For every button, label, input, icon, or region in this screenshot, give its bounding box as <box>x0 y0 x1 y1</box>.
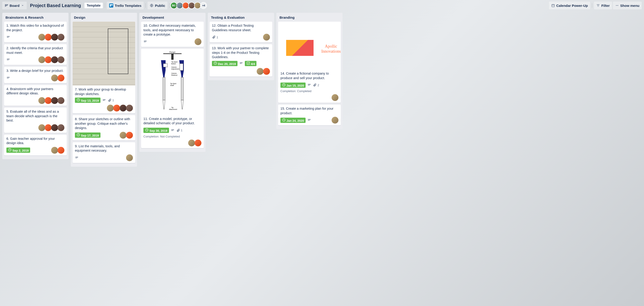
view-switcher[interactable]: Board <box>2 1 27 9</box>
description-icon <box>308 118 311 122</box>
member-avatar[interactable] <box>263 34 270 41</box>
due-date-badge[interactable]: Dec 20, 2019 <box>212 61 238 66</box>
due-date-badge[interactable]: Sep 2, 2019 <box>6 148 30 153</box>
card[interactable]: ApollicInnovations14. Create a fictional… <box>278 22 341 103</box>
member-avatar[interactable] <box>58 147 64 154</box>
description-badge <box>6 76 10 80</box>
member-avatar[interactable] <box>107 105 114 112</box>
member-avatar[interactable] <box>332 117 338 124</box>
member-avatar[interactable] <box>126 132 133 139</box>
due-date-badge[interactable]: Sep 30, 2019 <box>144 128 169 133</box>
member-avatar[interactable] <box>58 97 64 104</box>
member-avatar[interactable] <box>126 154 133 161</box>
list-title[interactable]: Branding <box>278 14 341 22</box>
card[interactable]: 5. Evaluate all of the ideas and as a te… <box>4 108 67 133</box>
description-badge <box>308 118 311 122</box>
member-avatar[interactable] <box>58 75 64 81</box>
member-avatar[interactable] <box>194 140 202 147</box>
member-avatar[interactable] <box>120 132 126 139</box>
due-date-badge[interactable]: Jan 15, 2020 <box>280 83 306 88</box>
list-title[interactable]: Brainstorm & Research <box>4 14 67 22</box>
visibility-label: Public <box>155 4 165 7</box>
list-title[interactable]: Development <box>141 14 204 22</box>
attachment-badge: 2 <box>313 83 319 87</box>
card[interactable]: 6. Gain teacher approval for your design… <box>4 135 67 155</box>
card-cover-image <box>72 22 135 86</box>
workspace-label: Trello Templates <box>115 4 141 7</box>
card[interactable]: 7. Work with your group to develop desig… <box>72 22 135 113</box>
card[interactable]: 12. Obtain a Product Testing Guidelines … <box>210 22 272 42</box>
member-avatar[interactable] <box>38 34 45 41</box>
divider <box>105 3 105 8</box>
description-icon <box>239 62 243 65</box>
member-avatar[interactable] <box>51 97 58 104</box>
member-avatar[interactable] <box>38 97 45 104</box>
svg-rect-2 <box>7 4 8 5</box>
member-avatar[interactable] <box>51 147 58 154</box>
card[interactable]: 8. Share your sketches or outline with a… <box>72 115 135 141</box>
due-date-badge[interactable]: Jan 24, 2020 <box>280 118 306 123</box>
card[interactable]: 1. Watch this video for a background of … <box>4 22 67 42</box>
more-icon <box>615 4 619 7</box>
member-avatar[interactable] <box>58 124 64 131</box>
member-avatar[interactable] <box>51 75 58 81</box>
member-avatar[interactable] <box>38 56 45 63</box>
member-avatar[interactable] <box>263 68 270 75</box>
completion-status: Completion: Not Completed <box>144 135 202 138</box>
member-avatar[interactable] <box>332 94 338 101</box>
card-members <box>126 154 133 161</box>
member-avatar[interactable] <box>126 105 133 112</box>
list-title[interactable]: Testing & Evaluation <box>210 14 272 22</box>
member-avatar[interactable] <box>45 34 52 41</box>
card[interactable]: 10. Collect the necessary materials, too… <box>141 22 204 47</box>
member-avatar[interactable] <box>45 124 52 131</box>
card-members <box>120 132 133 139</box>
list: Testing & Evaluation12. Obtain a Product… <box>208 13 274 80</box>
member-avatar[interactable] <box>257 68 264 75</box>
show-menu-button[interactable]: Show menu <box>613 1 642 9</box>
filter-icon <box>596 4 600 7</box>
svg-text:Volume: Volume <box>171 66 176 68</box>
card-title: 15. Create a marketing plan for your pro… <box>280 107 338 115</box>
member-avatar[interactable] <box>113 105 120 112</box>
card[interactable]: PlungerTip EjectButtonVolumeAdjustmentVo… <box>141 49 204 148</box>
board-title[interactable]: Project Based Learning <box>28 3 83 8</box>
member-avatar[interactable] <box>194 38 202 45</box>
paperclip-icon <box>108 99 112 102</box>
member-avatar[interactable] <box>120 105 126 112</box>
member-avatar[interactable] <box>51 34 58 41</box>
visibility-button[interactable]: Public <box>148 1 168 9</box>
calendar-powerup-button[interactable]: Calendar Power-Up <box>549 1 590 9</box>
svg-rect-27 <box>163 77 165 100</box>
card[interactable]: 2. Identify the criteria that your produ… <box>4 44 67 65</box>
member-overflow[interactable]: +4 <box>200 2 207 9</box>
card[interactable]: 4. Brainstorm with your partners differe… <box>4 85 67 106</box>
card[interactable]: 9. List the materials, tools, and equipm… <box>72 142 135 163</box>
card-title: 1. Watch this video for a background of … <box>6 23 64 32</box>
list-title[interactable]: Design <box>72 14 135 22</box>
card[interactable]: 15. Create a marketing plan for your pro… <box>278 105 341 125</box>
member-avatar[interactable] <box>45 97 52 104</box>
board-members[interactable]: BC +4 <box>171 2 207 9</box>
member-avatar[interactable] <box>58 56 64 63</box>
card[interactable]: 13. Work with your partner to complete s… <box>210 44 272 77</box>
due-date-badge[interactable]: Sep 17, 2019 <box>75 133 100 138</box>
clock-icon <box>214 61 217 65</box>
card[interactable]: 3. Write a design brief for your product… <box>4 67 67 83</box>
description-icon <box>102 99 106 102</box>
template-badge[interactable]: Template <box>84 2 103 8</box>
member-avatar[interactable] <box>51 56 58 63</box>
member-avatar[interactable] <box>51 124 58 131</box>
description-badge <box>239 62 243 65</box>
due-date-badge[interactable]: Sep 13, 2019 <box>75 98 100 103</box>
member-avatar[interactable] <box>58 34 64 41</box>
trello-logo-icon <box>109 3 113 7</box>
filter-button[interactable]: Filter <box>594 1 612 9</box>
member-avatar[interactable] <box>38 124 45 131</box>
board-canvas[interactable]: Brainstorm & Research1. Watch this video… <box>0 11 644 168</box>
svg-text:Plunger: Plunger <box>169 51 176 53</box>
member-avatar[interactable] <box>188 140 195 147</box>
member-avatar[interactable] <box>45 56 52 63</box>
card-title: 6. Gain teacher approval for your design… <box>6 137 64 146</box>
workspace-button[interactable]: Trello Templates <box>107 1 144 9</box>
